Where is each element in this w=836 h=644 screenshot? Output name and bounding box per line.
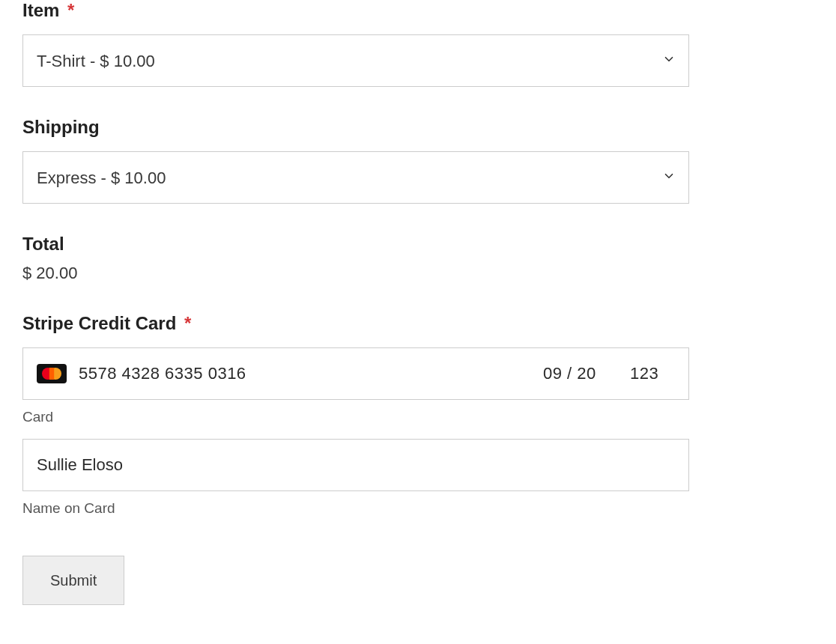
- card-input-row[interactable]: [22, 347, 689, 400]
- name-on-card-input[interactable]: [22, 439, 689, 491]
- item-select-wrap: T-Shirt - $ 10.00: [22, 34, 689, 87]
- shipping-label: Shipping: [22, 117, 689, 138]
- submit-button[interactable]: Submit: [22, 556, 124, 605]
- item-field: Item * T-Shirt - $ 10.00: [22, 0, 689, 87]
- stripe-label-text: Stripe Credit Card: [22, 313, 176, 333]
- mastercard-icon: [37, 364, 67, 383]
- required-indicator: *: [184, 313, 191, 333]
- total-label: Total: [22, 234, 689, 255]
- checkout-form: Item * T-Shirt - $ 10.00 Shipping Expres…: [22, 0, 689, 605]
- total-value: $ 20.00: [22, 264, 689, 283]
- total-field: Total $ 20.00: [22, 234, 689, 283]
- card-sublabel: Card: [22, 409, 689, 425]
- shipping-field: Shipping Express - $ 10.00: [22, 117, 689, 204]
- shipping-select[interactable]: Express - $ 10.00: [22, 151, 689, 204]
- stripe-field: Stripe Credit Card * Card Name on Card: [22, 313, 689, 517]
- card-cvc-input[interactable]: [630, 364, 675, 383]
- stripe-label: Stripe Credit Card *: [22, 313, 689, 334]
- card-expiry-input[interactable]: [543, 364, 618, 383]
- item-select[interactable]: T-Shirt - $ 10.00: [22, 34, 689, 87]
- item-label: Item *: [22, 0, 689, 21]
- item-label-text: Item: [22, 0, 59, 20]
- shipping-select-wrap: Express - $ 10.00: [22, 151, 689, 204]
- card-number-input[interactable]: [79, 364, 531, 383]
- required-indicator: *: [67, 0, 74, 20]
- name-on-card-sublabel: Name on Card: [22, 500, 689, 517]
